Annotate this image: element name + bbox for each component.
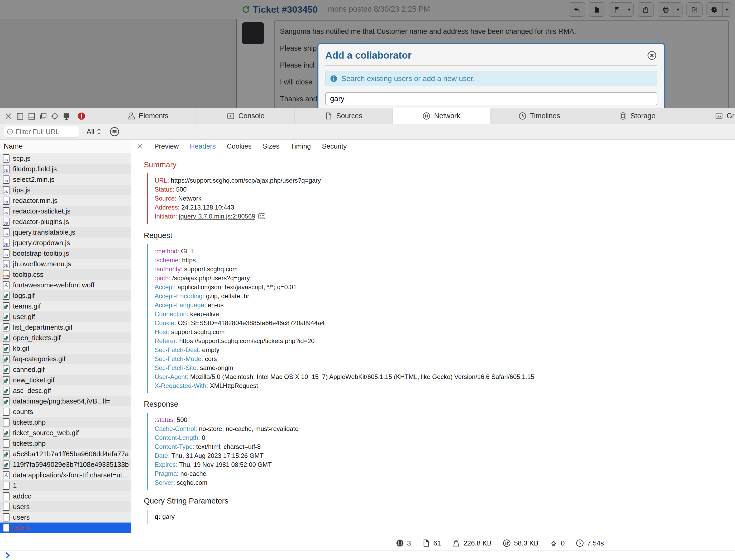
- request-name: list_departments.gif: [13, 323, 72, 331]
- elements-icon: [127, 112, 135, 120]
- dock-side-icon[interactable]: [16, 112, 24, 120]
- request-row[interactable]: 119f7fa5949029e3b7f108e49335133b: [0, 459, 131, 470]
- request-row[interactable]: fontawesome-webfont.woff: [0, 280, 131, 290]
- request-name: new_ticket.gif: [13, 376, 55, 384]
- request-row[interactable]: counts: [0, 406, 131, 417]
- request-row[interactable]: tickets.php: [0, 438, 131, 449]
- dialog-close-icon[interactable]: [647, 50, 657, 61]
- detail-tab-security[interactable]: Security: [322, 142, 347, 150]
- request-row[interactable]: a5c8ba121b7a1ff65ba9606dd4efa77a: [0, 449, 131, 459]
- file-type-icon: [3, 461, 10, 469]
- request-row[interactable]: teams.gif: [0, 301, 131, 311]
- request-row[interactable]: 1: [0, 480, 131, 491]
- collaborator-search-input[interactable]: [325, 92, 657, 105]
- request-row[interactable]: filedrop.field.js: [0, 164, 131, 174]
- expand-console-icon[interactable]: [4, 552, 11, 559]
- request-row[interactable]: redactor.min.js: [0, 195, 131, 206]
- initiator-link[interactable]: jquery-3.7.0.min.js:2:80569: [179, 213, 255, 220]
- detail-tab-timing[interactable]: Timing: [291, 142, 311, 150]
- request-row[interactable]: tips.js: [0, 185, 131, 195]
- detail-tab-cookies[interactable]: Cookies: [227, 142, 252, 150]
- header-value: support.scghq.com: [171, 328, 225, 335]
- request-row[interactable]: users: [0, 512, 131, 523]
- request-row[interactable]: logs.gif: [0, 290, 131, 301]
- header-row: :scheme: https: [155, 256, 730, 265]
- file-type-icon: [3, 186, 10, 194]
- tab-graphics[interactable]: Graphics: [686, 108, 735, 124]
- url-filter-input[interactable]: [16, 128, 76, 136]
- request-name: data:application/x-font-ttf;charset=utf-…: [13, 471, 131, 479]
- requests-column-header[interactable]: Name: [0, 140, 131, 153]
- header-row: User-Agent: Mozilla/5.0 (Macintosh; Inte…: [155, 372, 730, 381]
- tab-timelines[interactable]: Timelines: [490, 108, 588, 124]
- request-row[interactable]: select2.min.js: [0, 174, 131, 185]
- request-row[interactable]: list_departments.gif: [0, 322, 131, 333]
- file-type-icon: [3, 239, 10, 247]
- summary-url: https://support.scghq.com/scp/ajax.php/u…: [171, 177, 321, 184]
- file-type-icon: [3, 334, 10, 342]
- request-row[interactable]: users: [0, 501, 131, 512]
- tab-storage[interactable]: Storage: [588, 108, 686, 124]
- request-row[interactable]: data:image/png;base64,iVB...ll=: [0, 396, 131, 406]
- file-type-icon: [3, 270, 10, 279]
- header-name: :authority:: [155, 265, 182, 273]
- tab-elements[interactable]: Elements: [99, 108, 197, 124]
- summary-box: URL: https://support.scghq.com/scp/ajax.…: [147, 173, 730, 224]
- detail-tab-sizes[interactable]: Sizes: [263, 142, 280, 150]
- request-row[interactable]: kb.gif: [0, 343, 131, 354]
- request-row[interactable]: tickets.php: [0, 417, 131, 428]
- detail-tab-headers[interactable]: Headers: [190, 142, 216, 150]
- request-row[interactable]: users: [0, 523, 131, 533]
- request-row[interactable]: jb.overflow.menu.js: [0, 259, 131, 269]
- request-name: tooltip.css: [13, 270, 44, 279]
- file-type-icon: [3, 439, 10, 448]
- request-row[interactable]: jquery.translatable.js: [0, 227, 131, 238]
- request-row[interactable]: user.gif: [0, 311, 131, 322]
- close-inspector-icon[interactable]: [4, 112, 13, 120]
- file-type-icon: [3, 165, 10, 173]
- filter-options-button[interactable]: [109, 126, 120, 137]
- request-row[interactable]: redactor-plugins.js: [0, 216, 131, 227]
- request-row[interactable]: new_ticket.gif: [0, 375, 131, 385]
- tab-console[interactable]: Console: [197, 108, 295, 124]
- header-row: Pragma: no-cache: [155, 469, 730, 478]
- tab-sources[interactable]: Sources: [295, 108, 392, 124]
- header-row: Expires: Thu, 19 Nov 1981 08:52:00 GMT: [155, 460, 730, 469]
- dock-bottom-icon[interactable]: [27, 112, 36, 120]
- request-row[interactable]: tooltip.css: [0, 269, 131, 280]
- device-monitor-icon[interactable]: [62, 112, 71, 120]
- multiple-windows-icon[interactable]: [39, 112, 48, 120]
- request-row[interactable]: jquery.dropdown.js: [0, 238, 131, 248]
- dialog-info-banner: Search existing users or add a new user.: [325, 71, 657, 86]
- request-row[interactable]: data:application/x-font-ttf;charset=utf-…: [0, 470, 131, 480]
- upload-icon: [549, 539, 558, 547]
- request-row[interactable]: scp.js: [0, 153, 131, 164]
- resource-scope-select[interactable]: All: [87, 128, 102, 136]
- file-type-icon: [3, 387, 10, 395]
- file-type-icon: [3, 207, 10, 215]
- url-filter-field[interactable]: [4, 126, 79, 137]
- detail-tab-preview[interactable]: Preview: [154, 142, 179, 150]
- close-detail-icon[interactable]: [136, 143, 143, 150]
- request-name: tickets.php: [13, 418, 46, 426]
- request-row[interactable]: ticket_source_web.gif: [0, 428, 131, 438]
- header-value: empty: [202, 346, 219, 353]
- stepper-icon: [96, 128, 102, 135]
- header-value: gzip, deflate, br: [206, 292, 249, 300]
- tab-network[interactable]: Network: [392, 108, 490, 124]
- request-row[interactable]: addcc: [0, 491, 131, 501]
- request-name: 1: [13, 482, 17, 490]
- request-name: a5c8ba121b7a1ff65ba9606dd4efa77a: [13, 450, 129, 458]
- request-row[interactable]: asc_desc.gif: [0, 385, 131, 396]
- header-row: X-Requested-With: XMLHttpRequest: [155, 381, 730, 390]
- request-row[interactable]: faq-categories.gif: [0, 354, 131, 364]
- element-picker-icon[interactable]: [51, 112, 59, 120]
- error-count-badge[interactable]: [77, 112, 86, 120]
- request-row[interactable]: open_tickets.gif: [0, 333, 131, 343]
- request-row[interactable]: canned.gif: [0, 364, 131, 375]
- request-row[interactable]: bootstrap-tooltip.js: [0, 248, 131, 259]
- request-name: canned.gif: [13, 366, 45, 374]
- header-name: Content-Type:: [155, 443, 195, 450]
- reveal-initiator-icon[interactable]: [258, 213, 266, 222]
- request-row[interactable]: redactor-osticket.js: [0, 206, 131, 216]
